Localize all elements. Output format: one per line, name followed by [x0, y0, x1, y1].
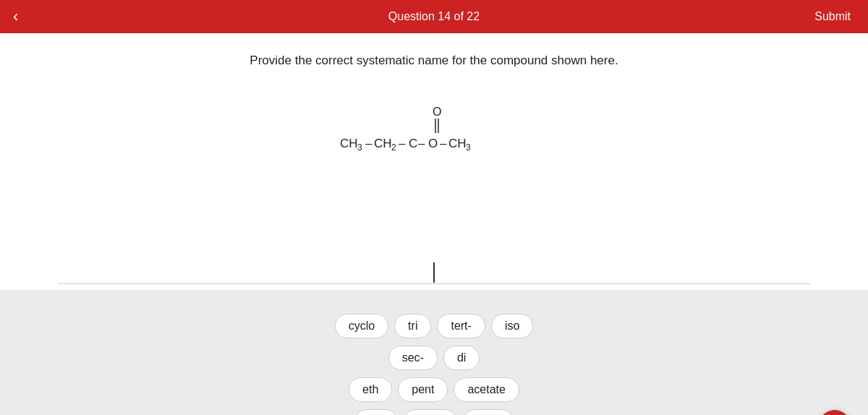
main-content: Provide the correct systematic name for … — [0, 33, 868, 290]
molecule-diagram: O CH 3 – CH 2 – C – O – CH 3 — [326, 103, 542, 175]
chip-tri[interactable]: tri — [394, 314, 431, 338]
word-bank: cyclo tri tert- iso sec- di eth pent ace… — [335, 314, 534, 415]
chip-eth[interactable]: eth — [349, 377, 392, 402]
word-row-4: but meth prop — [354, 409, 514, 415]
word-row-2: sec- di — [388, 346, 480, 370]
svg-text:O: O — [433, 106, 441, 118]
svg-text:CH: CH — [340, 137, 358, 150]
fab-button[interactable]: + — [819, 410, 851, 415]
chip-acetate[interactable]: acetate — [454, 377, 519, 402]
svg-text:3: 3 — [357, 142, 362, 153]
svg-text:–: – — [440, 137, 447, 150]
bottom-panel: cyclo tri tert- iso sec- di eth pent ace… — [0, 290, 868, 415]
svg-text:–: – — [399, 137, 406, 150]
answer-underline — [58, 283, 810, 284]
question-progress: Question 14 of 22 — [388, 10, 480, 23]
chip-but[interactable]: but — [354, 409, 398, 415]
word-row-3: eth pent acetate — [349, 377, 519, 402]
text-cursor — [433, 262, 435, 283]
svg-text:3: 3 — [466, 142, 471, 153]
svg-text:C: C — [409, 137, 417, 150]
svg-text:O: O — [428, 137, 438, 150]
svg-text:–: – — [365, 137, 373, 150]
chip-tert[interactable]: tert- — [437, 314, 485, 338]
question-text: Provide the correct systematic name for … — [250, 54, 618, 68]
chip-sec[interactable]: sec- — [388, 346, 438, 370]
chip-meth[interactable]: meth — [404, 409, 457, 415]
chip-iso[interactable]: iso — [491, 314, 533, 338]
back-button[interactable]: ‹ — [13, 9, 18, 25]
chip-cyclo[interactable]: cyclo — [335, 314, 388, 338]
answer-input-area[interactable] — [0, 247, 868, 290]
submit-button[interactable]: Submit — [814, 10, 851, 23]
header: ‹ Question 14 of 22 Submit — [0, 0, 868, 33]
svg-text:CH: CH — [448, 137, 467, 150]
chip-pent[interactable]: pent — [398, 377, 448, 402]
chip-prop[interactable]: prop — [463, 409, 514, 415]
chemical-structure: O CH 3 – CH 2 – C – O – CH 3 — [326, 103, 542, 175]
svg-text:2: 2 — [391, 142, 396, 153]
svg-text:–: – — [418, 137, 425, 150]
word-row-1: cyclo tri tert- iso — [335, 314, 534, 338]
chip-di[interactable]: di — [443, 346, 480, 370]
svg-text:CH: CH — [374, 137, 392, 150]
